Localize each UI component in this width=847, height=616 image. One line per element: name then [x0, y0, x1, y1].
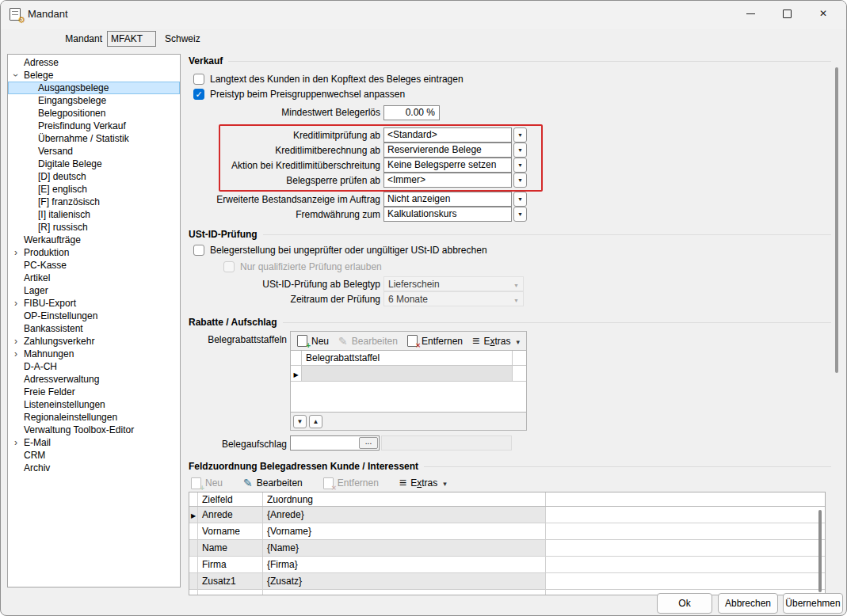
table-row-firma[interactable]: Firma {Firma}	[189, 557, 825, 573]
grid-selected-row[interactable]	[291, 366, 526, 382]
tree-item-archiv[interactable]: Archiv	[8, 462, 180, 474]
tree-item-freie-felder[interactable]: Freie Felder	[8, 386, 180, 398]
mindestwert-input[interactable]	[383, 105, 440, 120]
tree-item-englisch[interactable]: [E] englisch	[8, 183, 180, 196]
table-row-zusatz1[interactable]: Zusatz1 {Zusatz}	[189, 573, 825, 590]
zielfeld-cell[interactable]: Zusatz1	[198, 573, 263, 589]
field-label: Aktion bei Kreditlimitüberschreitung	[220, 160, 383, 171]
row-marker-icon	[191, 509, 196, 520]
extras-button[interactable]: Extras	[399, 477, 447, 489]
tree-item-belegpositionen[interactable]: Belegpositionen	[8, 107, 180, 120]
tree-item-mahnungen[interactable]: Mahnungen	[8, 348, 180, 360]
zuordnung-cell[interactable]: {Name}	[263, 540, 546, 556]
chevron-right-icon[interactable]	[10, 436, 21, 449]
chevron-right-icon[interactable]	[10, 297, 21, 310]
dropdown-arrow-button[interactable]	[513, 158, 527, 173]
tree-item-digitale-belege[interactable]: Digitale Belege	[8, 158, 180, 170]
tree-item-belege[interactable]: Belege	[8, 69, 180, 82]
fremdwaehrung-select[interactable]: Kalkulationskurs	[383, 207, 512, 222]
tree-item-verwaltung-toolbox[interactable]: Verwaltung Toolbox-Editor	[8, 424, 180, 436]
tree-item-produktion[interactable]: Produktion	[8, 246, 180, 259]
tree-item-franzoesisch[interactable]: [F] französisch	[8, 196, 180, 208]
extras-button[interactable]: Extras	[472, 336, 520, 347]
langtext-checkbox[interactable]	[193, 74, 204, 85]
move-down-button[interactable]	[293, 415, 307, 428]
grid-spacer-column	[512, 351, 526, 365]
row-marker-column	[291, 351, 302, 365]
tree-item-adressverwaltung[interactable]: Adressverwaltung	[8, 373, 180, 386]
tree-item-artikel[interactable]: Artikel	[8, 272, 180, 284]
label-part: E	[410, 477, 417, 489]
maximize-button[interactable]	[769, 2, 805, 25]
tree-item-zahlungsverkehr[interactable]: Zahlungsverkehr	[8, 335, 180, 348]
cancel-button[interactable]: Abbrechen	[718, 593, 778, 614]
bestandsanzeige-select[interactable]: Nicht anzeigen	[383, 192, 512, 207]
minimize-button[interactable]	[732, 2, 769, 25]
tree-item-adresse[interactable]: Adresse	[8, 56, 180, 69]
chevron-right-icon[interactable]	[10, 246, 21, 259]
tree-item-listeneinstellungen[interactable]: Listeneinstellungen	[8, 398, 180, 411]
dropdown-arrow-button[interactable]	[513, 207, 527, 222]
ok-button[interactable]: Ok	[657, 593, 712, 614]
table-scrollbar-thumb[interactable]	[818, 510, 822, 592]
belegaufschlag-input[interactable]: ...	[290, 435, 380, 451]
tree-item-italienisch[interactable]: [I] italienisch	[8, 208, 180, 221]
close-button[interactable]	[805, 2, 841, 25]
tree-item-ausgangsbelege[interactable]: Ausgangsbelege	[8, 82, 180, 94]
table-row-vorname[interactable]: Vorname {Vorname}	[189, 523, 825, 540]
table-spacer	[546, 573, 825, 589]
ust-abbrechen-checkbox[interactable]	[193, 245, 204, 256]
chevron-right-icon[interactable]	[10, 348, 21, 360]
dropdown-arrow-icon	[513, 279, 519, 290]
bearbeiten-button[interactable]: Bearbeiten	[243, 477, 303, 489]
apply-button[interactable]: Übernehmen	[783, 593, 843, 614]
tree-item-eingangsbelege[interactable]: Eingangsbelege	[8, 94, 180, 107]
zielfeld-cell[interactable]: Name	[198, 540, 263, 556]
tree-item-versand[interactable]: Versand	[8, 145, 180, 158]
tree-item-crm[interactable]: CRM	[8, 449, 180, 462]
row-marker-cell	[189, 540, 198, 556]
neu-button[interactable]: Neu	[297, 335, 329, 347]
tree-item-lager[interactable]: Lager	[8, 284, 180, 297]
browse-button[interactable]: ...	[359, 437, 378, 449]
dropdown-arrow-button[interactable]	[513, 173, 527, 188]
zielfeld-cell[interactable]: Vorname	[198, 523, 263, 539]
entfernen-button[interactable]: Entfernen	[407, 335, 463, 347]
table-row-anrede[interactable]: Anrede {Anrede}	[189, 507, 825, 523]
tree-item-bankassistent[interactable]: Bankassistent	[8, 322, 180, 335]
tree-item-preisfindung[interactable]: Preisfindung Verkauf	[8, 120, 180, 132]
dropdown-arrow-button[interactable]	[513, 127, 527, 143]
bestandsanzeige-row: Erweiterte Bestandsanzeige im Auftrag Ni…	[189, 192, 831, 207]
kreditlimitberechnung-select[interactable]: Reservierende Belege	[383, 143, 512, 158]
tree-item-pc-kasse[interactable]: PC-Kasse	[8, 259, 180, 272]
dropdown-arrow-button[interactable]	[513, 143, 527, 158]
tree-item-uebernahme[interactable]: Übernahme / Statistik	[8, 132, 180, 145]
tree-item-regionaleinstellungen[interactable]: Regionaleinstellungen	[8, 411, 180, 424]
grid-cell[interactable]	[302, 366, 512, 381]
zuordnung-cell[interactable]: {Firma}	[263, 557, 546, 572]
kreditlimitpruefung-select[interactable]: <Standard>	[383, 127, 512, 143]
zielfeld-cell[interactable]: Firma	[198, 557, 263, 572]
chevron-right-icon[interactable]	[10, 335, 21, 348]
dropdown-arrow-button[interactable]	[513, 192, 527, 207]
field-label: Mindestwert Belegerlös	[189, 107, 383, 118]
preistyp-checkbox[interactable]	[193, 89, 204, 100]
tree-item-russisch[interactable]: [R] russisch	[8, 221, 180, 234]
zuordnung-cell[interactable]: {Anrede}	[263, 507, 546, 523]
move-up-button[interactable]	[309, 415, 322, 428]
zuordnung-cell[interactable]: {Vorname}	[263, 523, 546, 539]
belegsperre-select[interactable]: <Immer>	[383, 173, 512, 188]
chevron-down-icon[interactable]	[10, 69, 21, 82]
tree-item-werkauftraege[interactable]: Werkaufträge	[8, 234, 180, 246]
table-row-name[interactable]: Name {Name}	[189, 540, 825, 557]
kreditlimit-aktion-select[interactable]: Keine Belegsperre setzen	[383, 158, 512, 173]
tree-item-email[interactable]: E-Mail	[8, 436, 180, 449]
zielfeld-cell[interactable]: Anrede	[198, 507, 263, 523]
main-scrollbar-thumb[interactable]	[835, 67, 838, 373]
tree-item-deutsch[interactable]: [D] deutsch	[8, 170, 180, 183]
tree-item-d-a-ch[interactable]: D-A-CH	[8, 360, 180, 373]
tree-item-op-einstellungen[interactable]: OP-Einstellungen	[8, 310, 180, 322]
rabatte-group-header: Rabatte / Aufschlag	[189, 316, 831, 329]
zuordnung-cell[interactable]: {Zusatz}	[263, 573, 546, 589]
tree-item-fibu-export[interactable]: FIBU-Export	[8, 297, 180, 310]
